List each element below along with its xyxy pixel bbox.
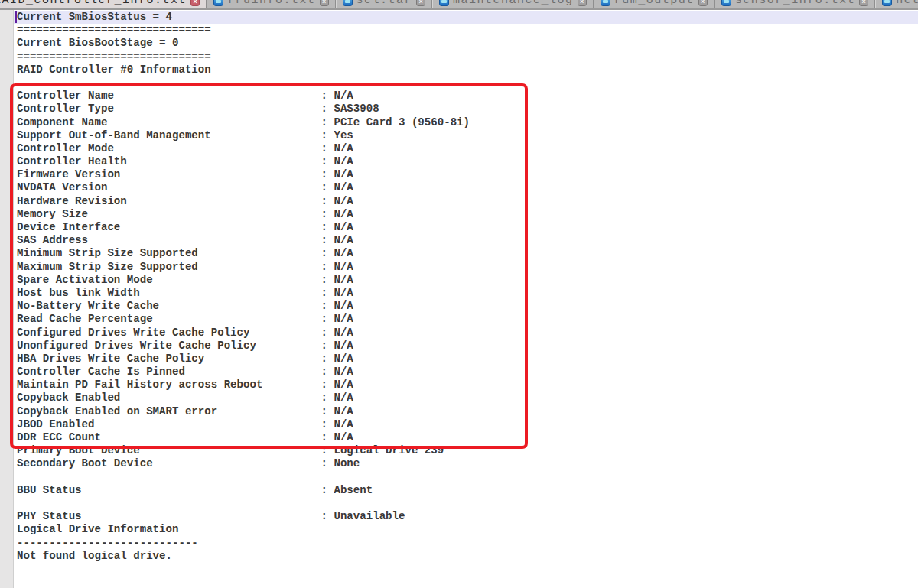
editor-line bbox=[14, 76, 918, 89]
current-line-highlight: Current SmBiosStatus = 4 bbox=[14, 11, 918, 24]
tab-close-icon[interactable]: × bbox=[320, 0, 329, 6]
editor-line: Firmware Version : N/A bbox=[14, 168, 918, 181]
editor-line: Controller Cache Is Pinned : N/A bbox=[14, 365, 918, 378]
tab-label: rdm_output bbox=[614, 0, 695, 8]
file-icon bbox=[721, 0, 731, 6]
tab-sel-tar[interactable]: sel.tar× bbox=[336, 0, 433, 8]
editor-line: Spare Activation Mode : N/A bbox=[14, 274, 918, 287]
editor-line: Read Cache Percentage : N/A bbox=[14, 313, 918, 326]
editor-line: Maintain PD Fail History across Reboot :… bbox=[14, 378, 918, 391]
editor-line: DDR ECC Count : N/A bbox=[14, 431, 918, 444]
editor-line: SAS Address : N/A bbox=[14, 234, 918, 247]
tab-netcard-[interactable]: netcard_ bbox=[875, 0, 918, 8]
editor-line: Not found logical drive. bbox=[14, 550, 918, 563]
editor-line: Controller Name : N/A bbox=[14, 89, 918, 102]
editor-line: Hardware Revision : N/A bbox=[14, 195, 918, 208]
editor-line: Component Name : PCIe Card 3 (9560-8i) bbox=[14, 116, 918, 129]
editor-line: Memory Size : N/A bbox=[14, 208, 918, 221]
editor-line: BBU Status : Absent bbox=[14, 484, 918, 497]
editor-line: Controller Health : N/A bbox=[14, 155, 918, 168]
editor-line: Maximum Strip Size Supported : N/A bbox=[14, 261, 918, 274]
editor-line: Primary Boot Device : Logical Drive 239 bbox=[14, 444, 918, 457]
tab-label: fruinfo.txt bbox=[227, 0, 316, 8]
editor-line: Device Interface : N/A bbox=[14, 221, 918, 234]
editor-line: JBOD Enabled : N/A bbox=[14, 418, 918, 431]
tab-close-icon[interactable]: × bbox=[698, 0, 708, 6]
tab-raid-controller-info-txt[interactable]: RAID_controller_info.txt× bbox=[0, 0, 207, 8]
tab-close-icon[interactable]: × bbox=[859, 0, 868, 6]
tab-maintenance-log[interactable]: maintenance_log× bbox=[432, 0, 594, 8]
editor-line: RAID Controller #0 Information bbox=[14, 63, 918, 76]
editor-line: Support Out-of-Band Management : Yes bbox=[14, 129, 918, 142]
editor-line: NVDATA Version : N/A bbox=[14, 181, 918, 194]
file-icon bbox=[882, 0, 892, 6]
editor-line: Current BiosBootStage = 0 bbox=[14, 37, 918, 50]
tab-bar: RAID_controller_info.txt×fruinfo.txt×sel… bbox=[0, 0, 918, 10]
file-icon bbox=[213, 0, 223, 6]
editor-content[interactable]: Current SmBiosStatus = 4================… bbox=[14, 10, 918, 588]
tab-sensor-info-txt[interactable]: sensor_info.txt× bbox=[715, 0, 876, 8]
editor-line: Minimum Strip Size Supported : N/A bbox=[14, 247, 918, 260]
file-icon bbox=[343, 0, 353, 6]
tab-rdm-output[interactable]: rdm_output× bbox=[594, 0, 715, 8]
tab-fruinfo-txt[interactable]: fruinfo.txt× bbox=[207, 0, 336, 8]
editor-line: ============================== bbox=[14, 50, 918, 63]
editor-line bbox=[14, 497, 918, 510]
file-icon bbox=[601, 0, 610, 6]
tab-close-icon[interactable]: × bbox=[190, 0, 200, 6]
editor-line: Secondary Boot Device : None bbox=[14, 457, 918, 470]
tab-close-icon[interactable]: × bbox=[416, 0, 425, 6]
editor-line: No-Battery Write Cache : N/A bbox=[14, 300, 918, 313]
tab-label: sel.tar bbox=[356, 0, 413, 8]
editor-line: Host bus link Width : N/A bbox=[14, 287, 918, 300]
editor-line: Unonfigured Drives Write Cache Policy : … bbox=[14, 339, 918, 352]
tab-close-icon[interactable]: × bbox=[578, 0, 587, 6]
editor-line: Copyback Enabled : N/A bbox=[14, 391, 918, 404]
tab-label: sensor_info.txt bbox=[735, 0, 856, 8]
tab-label: RAID_controller_info.txt bbox=[0, 0, 187, 8]
editor-line: Controller Type : SAS3908 bbox=[14, 102, 918, 115]
editor-line: Copyback Enabled on SMART error : N/A bbox=[14, 405, 918, 418]
text-editor-window: RAID_controller_info.txt×fruinfo.txt×sel… bbox=[0, 0, 918, 588]
tab-row: RAID_controller_info.txt×fruinfo.txt×sel… bbox=[0, 0, 918, 8]
editor-line bbox=[14, 471, 918, 484]
editor-line: Logical Drive Information bbox=[14, 523, 918, 536]
editor-pane: Current SmBiosStatus = 4================… bbox=[0, 10, 918, 588]
file-icon bbox=[439, 0, 449, 6]
editor-line: Controller Mode : N/A bbox=[14, 142, 918, 155]
editor-line: ============================== bbox=[14, 24, 918, 37]
tab-label: netcard_ bbox=[896, 0, 918, 8]
editor-gutter bbox=[0, 10, 14, 588]
editor-line: PHY Status : Unavailable bbox=[14, 510, 918, 523]
editor-line: Configured Drives Write Cache Policy : N… bbox=[14, 326, 918, 339]
text-caret bbox=[15, 11, 17, 23]
editor-line: ---------------------------- bbox=[14, 537, 918, 550]
tab-label: maintenance_log bbox=[453, 0, 574, 8]
editor-line: HBA Drives Write Cache Policy : N/A bbox=[14, 352, 918, 365]
